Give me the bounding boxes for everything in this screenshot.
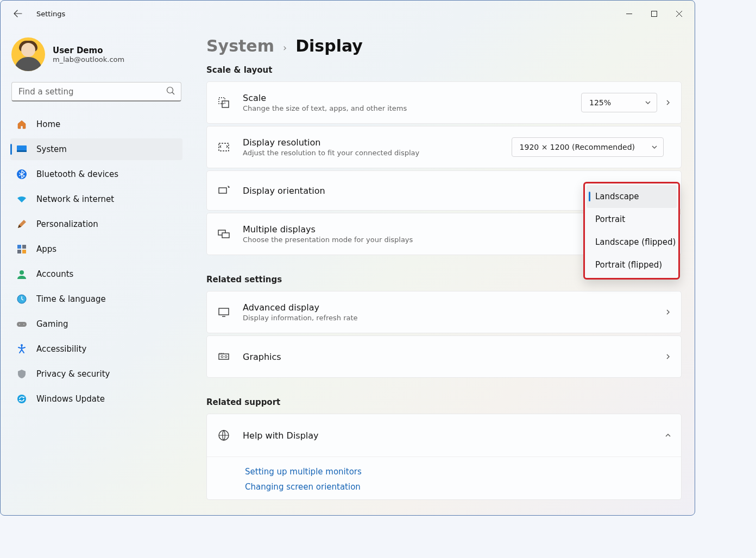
card-advanced-display[interactable]: Advanced display Display information, re…	[206, 291, 682, 333]
card-title: Help with Display	[243, 430, 665, 441]
svg-rect-23	[219, 308, 229, 315]
card-title: Display resolution	[243, 137, 512, 148]
minimize-icon	[626, 11, 632, 17]
settings-window: Settings User Demo m_lab@outlook.com	[0, 0, 695, 516]
nav-list: Home System Bluetooth & devices Network …	[10, 113, 182, 413]
nav-label: Apps	[36, 244, 56, 254]
nav-network[interactable]: Network & internet	[10, 188, 182, 210]
orientation-option-portrait-flipped[interactable]: Portrait (flipped)	[587, 253, 677, 276]
select-value: 125%	[589, 98, 611, 107]
card-sub: Change the size of text, apps, and other…	[243, 104, 581, 112]
orientation-option-landscape-flipped[interactable]: Landscape (flipped)	[587, 231, 677, 253]
breadcrumb-current: Display	[295, 36, 363, 55]
chevron-right-icon	[665, 353, 671, 360]
minimize-button[interactable]	[616, 5, 641, 22]
app-title: Settings	[36, 10, 65, 18]
orientation-option-portrait[interactable]: Portrait	[587, 208, 677, 231]
search-input[interactable]	[11, 82, 181, 102]
svg-point-26	[225, 356, 227, 358]
privacy-icon	[16, 368, 28, 380]
graphics-icon	[217, 350, 231, 364]
personalization-icon	[16, 218, 28, 230]
nav-label: Time & language	[36, 294, 106, 304]
svg-point-9	[20, 270, 24, 275]
scale-select[interactable]: 125%	[581, 93, 657, 112]
orientation-option-landscape[interactable]: Landscape	[587, 185, 677, 208]
select-value: 1920 × 1200 (Recommended)	[520, 143, 635, 151]
nav-label: Bluetooth & devices	[36, 169, 118, 179]
search-icon	[166, 86, 175, 95]
card-title: Graphics	[243, 352, 665, 362]
chevron-right-icon	[665, 309, 671, 315]
apps-icon	[16, 243, 28, 255]
nav-label: Home	[36, 119, 60, 129]
option-label: Landscape	[595, 192, 639, 201]
card-scale[interactable]: Scale Change the size of text, apps, and…	[206, 81, 682, 124]
card-help-header[interactable]: Help with Display	[207, 414, 681, 456]
nav-label: Personalization	[36, 219, 98, 229]
option-label: Portrait	[595, 214, 625, 224]
nav-home[interactable]: Home	[10, 113, 182, 135]
section-scale-layout: Scale & layout	[206, 65, 682, 75]
nav-update[interactable]: Windows Update	[10, 388, 182, 410]
svg-rect-7	[17, 250, 21, 253]
nav-label: Windows Update	[36, 394, 105, 404]
help-link-multiple-monitors[interactable]: Setting up multiple monitors	[245, 467, 681, 477]
bluetooth-icon	[16, 168, 28, 180]
network-icon	[16, 193, 28, 205]
avatar	[11, 37, 45, 71]
close-button[interactable]	[666, 5, 691, 22]
nav-label: Gaming	[36, 319, 68, 329]
accounts-icon	[16, 268, 28, 280]
nav-bluetooth[interactable]: Bluetooth & devices	[10, 163, 182, 185]
card-sub: Adjust the resolution to fit your connec…	[243, 149, 512, 157]
svg-rect-12	[17, 322, 27, 327]
svg-rect-20	[219, 188, 226, 193]
breadcrumb: System › Display	[206, 36, 682, 55]
svg-rect-0	[651, 11, 657, 16]
svg-point-25	[221, 356, 223, 358]
arrow-left-icon	[14, 9, 22, 18]
card-help: Help with Display Setting up multiple mo…	[206, 414, 682, 500]
nav-apps[interactable]: Apps	[10, 238, 182, 260]
chevron-right-icon	[665, 99, 671, 106]
resolution-select[interactable]: 1920 × 1200 (Recommended)	[512, 137, 664, 157]
profile-block[interactable]: User Demo m_lab@outlook.com	[10, 33, 182, 81]
svg-point-1	[167, 87, 173, 93]
maximize-button[interactable]	[641, 5, 666, 22]
monitor-icon	[217, 305, 231, 319]
gaming-icon	[16, 318, 28, 330]
nav-time[interactable]: Time & language	[10, 288, 182, 310]
accessibility-icon	[16, 343, 28, 355]
resolution-icon	[217, 140, 231, 154]
nav-personalization[interactable]: Personalization	[10, 213, 182, 235]
nav-label: System	[36, 144, 67, 154]
card-title: Advanced display	[243, 302, 665, 313]
svg-rect-3	[17, 150, 27, 152]
svg-point-14	[23, 324, 24, 325]
nav-label: Network & internet	[36, 194, 114, 204]
nav-gaming[interactable]: Gaming	[10, 313, 182, 335]
nav-privacy[interactable]: Privacy & security	[10, 363, 182, 385]
breadcrumb-parent[interactable]: System	[206, 36, 274, 55]
nav-label: Accessibility	[36, 344, 86, 354]
chevron-up-icon	[665, 432, 671, 439]
svg-rect-8	[22, 250, 26, 253]
card-resolution[interactable]: Display resolution Adjust the resolution…	[206, 126, 682, 168]
svg-point-13	[19, 324, 20, 325]
nav-accounts[interactable]: Accounts	[10, 263, 182, 285]
section-related-support: Related support	[206, 397, 682, 407]
card-graphics[interactable]: Graphics	[206, 335, 682, 378]
main-panel: System › Display Scale & layout Scale Ch…	[188, 27, 695, 515]
option-label: Landscape (flipped)	[595, 237, 676, 247]
nav-system[interactable]: System	[10, 138, 182, 160]
card-orientation[interactable]: Display orientation Landscape Portrait L…	[206, 170, 682, 211]
nav-accessibility[interactable]: Accessibility	[10, 338, 182, 360]
help-link-screen-orientation[interactable]: Changing screen orientation	[245, 482, 681, 492]
multiple-displays-icon	[217, 227, 231, 241]
chevron-down-icon	[651, 144, 658, 150]
profile-email: m_lab@outlook.com	[53, 55, 124, 64]
back-button[interactable]	[9, 5, 27, 22]
close-icon	[676, 11, 682, 17]
search-box[interactable]	[11, 82, 181, 102]
